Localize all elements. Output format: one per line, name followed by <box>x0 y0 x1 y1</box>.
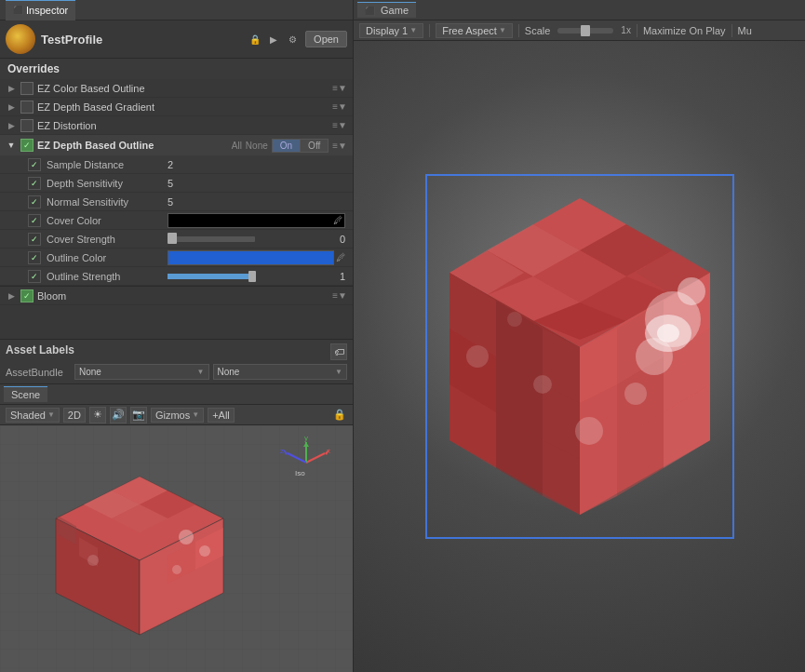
component-name-ez-depth-gradient: EZ Depth Based Gradient <box>37 101 332 113</box>
arrow-right-icon[interactable]: ▶ <box>266 32 281 47</box>
gizmos-dropdown[interactable]: Gizmos ▼ <box>151 408 204 423</box>
scene-panel: Scene Shaded ▼ 2D ☀ 🔊 📷 Gizmos ▼ <box>0 383 353 672</box>
profile-icon <box>6 24 35 54</box>
all-label: All <box>232 141 242 151</box>
component-row-ez-distortion[interactable]: ▶ EZ Distortion ≡▼ <box>0 116 353 135</box>
asset-bundle-dropdown-2[interactable]: None ▼ <box>213 364 348 380</box>
off-button[interactable]: Off <box>301 140 328 152</box>
svg-point-59 <box>624 383 647 405</box>
asset-bundle-dropdown-1[interactable]: None ▼ <box>74 364 209 380</box>
check-outline-color[interactable]: ✓ <box>28 251 41 264</box>
display-dropdown[interactable]: Display 1 ▼ <box>359 23 423 38</box>
lock-scene-icon[interactable]: 🔒 <box>332 408 347 423</box>
component-row-ez-color[interactable]: ▶ EZ Color Based Outline ≡▼ <box>0 79 353 98</box>
prop-label-outline-strength: Outline Strength <box>47 271 168 282</box>
mute-label[interactable]: Mu <box>738 25 752 36</box>
game-view[interactable] <box>354 41 805 672</box>
scene-view[interactable]: x y z Iso <box>0 425 353 672</box>
menu-icon-ez-depth-gradient[interactable]: ≡▼ <box>332 101 347 112</box>
menu-icon-bloom[interactable]: ≡▼ <box>332 290 347 301</box>
shaded-dropdown[interactable]: Shaded ▼ <box>6 408 60 423</box>
maximize-label[interactable]: Maximize On Play <box>643 25 726 36</box>
eyedropper-cover[interactable]: 🖉 <box>333 215 342 225</box>
cover-strength-slider[interactable] <box>168 236 255 242</box>
toolbar-separator-1 <box>429 24 430 37</box>
check-ez-depth-gradient[interactable] <box>20 101 34 114</box>
check-normal-sensitivity[interactable]: ✓ <box>28 195 41 208</box>
prop-value-sample-distance[interactable]: 2 <box>168 159 345 170</box>
asset-labels-title: Asset Labels <box>6 343 74 356</box>
component-row-ez-depth-gradient[interactable]: ▶ EZ Depth Based Gradient ≡▼ <box>0 98 353 116</box>
property-row-outline-color: ✓ Outline Color 🖉 <box>0 249 353 267</box>
expand-icon-bloom: ▶ <box>6 291 17 301</box>
svg-text:Iso: Iso <box>295 469 305 477</box>
cover-strength-slider-container: 0 <box>168 234 345 245</box>
scale-slider[interactable] <box>557 28 613 34</box>
svg-text:y: y <box>304 435 308 442</box>
menu-icon-ez-color[interactable]: ≡▼ <box>332 83 347 93</box>
component-name-ez-distortion: EZ Distortion <box>37 120 332 131</box>
aspect-chevron: ▼ <box>499 26 506 34</box>
component-name-ez-color: EZ Color Based Outline <box>37 83 332 94</box>
eyedropper-outline[interactable]: 🖉 <box>336 252 345 262</box>
asset-labels-tag-icon[interactable]: 🏷 <box>330 343 347 360</box>
expand-icon-ez-distortion: ▶ <box>6 121 17 130</box>
asset-bundle-none-1: None <box>79 367 101 377</box>
aspect-label: Free Aspect <box>442 25 497 36</box>
scene-tab[interactable]: Scene <box>4 386 47 402</box>
all-button[interactable]: +All <box>208 408 235 423</box>
aspect-dropdown[interactable]: Free Aspect ▼ <box>436 23 513 38</box>
check-ez-distortion[interactable] <box>20 119 34 132</box>
prop-label-cover-color: Cover Color <box>47 215 168 226</box>
outline-strength-slider[interactable] <box>168 274 255 279</box>
prop-value-depth-sensitivity[interactable]: 5 <box>168 178 345 189</box>
lighting-icon[interactable]: ☀ <box>89 407 106 423</box>
lock-icon[interactable]: 🔒 <box>248 32 262 47</box>
on-off-group: On Off <box>272 139 329 153</box>
2d-button[interactable]: 2D <box>63 408 86 423</box>
scene-gizmo[interactable]: x y z Iso <box>278 435 334 491</box>
check-depth-sensitivity[interactable]: ✓ <box>28 177 41 190</box>
property-row-normal-sensitivity: ✓ Normal Sensitivity 5 <box>0 193 353 211</box>
check-ez-color[interactable] <box>20 82 34 95</box>
check-bloom[interactable]: ✓ <box>20 289 34 302</box>
component-name-expanded: EZ Depth Based Outline <box>37 140 232 151</box>
expand-icon-ez-color: ▶ <box>6 84 17 93</box>
expand-icon-expanded[interactable]: ▼ <box>6 141 17 150</box>
outline-strength-slider-container: 1 <box>168 271 345 282</box>
menu-icon-expanded[interactable]: ≡▼ <box>332 141 347 151</box>
inspector-tab[interactable]: ⬛ Inspector <box>6 0 75 20</box>
display-label: Display 1 <box>366 25 408 36</box>
asset-labels-section: Asset Labels 🏷 AssetBundle None ▼ None ▼ <box>0 339 353 383</box>
scale-label: Scale <box>525 25 551 36</box>
component-name-bloom: Bloom <box>37 290 332 302</box>
menu-icon-ez-distortion[interactable]: ≡▼ <box>332 120 347 130</box>
svg-point-12 <box>199 545 210 557</box>
property-row-sample-distance: ✓ Sample Distance 2 <box>0 155 353 174</box>
check-cover-color[interactable]: ✓ <box>28 214 41 227</box>
open-button[interactable]: Open <box>305 31 347 47</box>
prop-label-depth-sensitivity: Depth Sensitivity <box>47 178 168 189</box>
outline-color-swatch[interactable] <box>168 250 334 265</box>
scene-tab-row: Scene <box>0 384 353 405</box>
camera-icon[interactable]: 📷 <box>130 407 147 423</box>
prop-value-normal-sensitivity[interactable]: 5 <box>168 196 345 208</box>
shaded-chevron: ▼ <box>47 410 55 419</box>
check-expanded[interactable]: ✓ <box>20 139 34 152</box>
svg-text:x: x <box>327 447 330 455</box>
inspector-tab-bar: ⬛ Inspector <box>0 0 353 20</box>
game-toolbar: Display 1 ▼ Free Aspect ▼ Scale 1x Maxim… <box>354 20 805 41</box>
audio-icon[interactable]: 🔊 <box>110 407 127 423</box>
cover-color-swatch[interactable]: 🖉 <box>168 213 345 228</box>
check-sample-distance[interactable]: ✓ <box>28 158 41 171</box>
header-icons: 🔒 ▶ ⚙ <box>248 32 300 47</box>
game-tab[interactable]: ⬛ Game <box>357 2 416 18</box>
scale-value: 1x <box>621 25 631 35</box>
gear-icon[interactable]: ⚙ <box>285 32 300 47</box>
asset-bundle-none-2: None <box>218 367 240 377</box>
check-cover-strength[interactable]: ✓ <box>28 233 41 246</box>
on-button[interactable]: On <box>273 140 301 152</box>
bloom-row[interactable]: ▶ ✓ Bloom ≡▼ <box>0 287 353 305</box>
none-label: None <box>246 141 268 151</box>
check-outline-strength[interactable]: ✓ <box>28 270 41 283</box>
